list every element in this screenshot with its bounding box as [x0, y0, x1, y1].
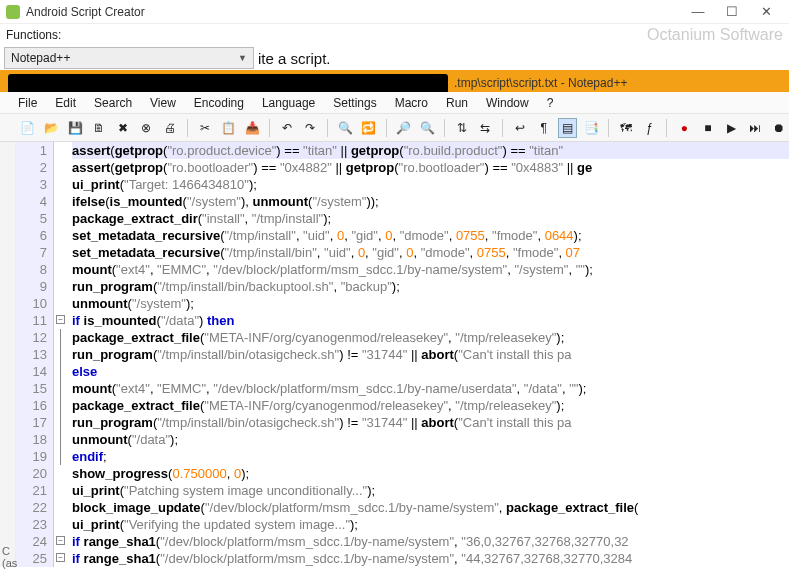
document-tab[interactable]: [8, 74, 448, 92]
copy-icon[interactable]: 📋: [218, 118, 238, 138]
show-all-chars-icon[interactable]: ¶: [534, 118, 554, 138]
stop-macro-icon[interactable]: ■: [698, 118, 718, 138]
line-number: 19: [16, 448, 47, 465]
code-line[interactable]: run_program("/tmp/install/bin/otasigchec…: [72, 346, 789, 363]
fold-column[interactable]: −−−: [54, 142, 68, 567]
save-all-icon[interactable]: 🗎: [89, 118, 109, 138]
menu-window[interactable]: Window: [486, 96, 529, 110]
code-line[interactable]: package_extract_file("META-INF/org/cyano…: [72, 329, 789, 346]
code-editor[interactable]: 1234567891011121314151617181920212223242…: [0, 142, 789, 567]
menu-macro[interactable]: Macro: [395, 96, 428, 110]
menu-settings[interactable]: Settings: [333, 96, 376, 110]
minimize-button[interactable]: —: [681, 5, 715, 18]
code-line[interactable]: show_progress(0.750000, 0);: [72, 465, 789, 482]
code-line[interactable]: else: [72, 363, 789, 380]
code-line[interactable]: ifelse(is_mounted("/system"), unmount("/…: [72, 193, 789, 210]
menu-file[interactable]: File: [18, 96, 37, 110]
redo-icon[interactable]: ↷: [301, 118, 321, 138]
zoom-out-icon[interactable]: 🔍: [417, 118, 437, 138]
play-macro-icon[interactable]: ▶: [722, 118, 742, 138]
sync-v-icon[interactable]: ⇅: [452, 118, 472, 138]
code-line[interactable]: set_metadata_recursive("/tmp/install/bin…: [72, 244, 789, 261]
outer-window-titlebar: Android Script Creator — ☐ ✕: [0, 0, 789, 24]
line-number: 1: [16, 142, 47, 159]
fold-box-icon[interactable]: −: [56, 315, 65, 324]
brand-watermark: Octanium Software: [647, 26, 783, 44]
menu-?[interactable]: ?: [547, 96, 554, 110]
code-line[interactable]: package_extract_file("META-INF/org/cyano…: [72, 397, 789, 414]
code-line[interactable]: if range_sha1("/dev/block/platform/msm_s…: [72, 550, 789, 567]
notepadpp-tabbar: .tmp\script\script.txt - Notepad++: [0, 70, 789, 92]
wrap-icon[interactable]: ↩: [510, 118, 530, 138]
code-line[interactable]: if range_sha1("/dev/block/platform/msm_s…: [72, 533, 789, 550]
line-number: 13: [16, 346, 47, 363]
record-macro-icon[interactable]: ●: [674, 118, 694, 138]
indent-guide-icon[interactable]: ▤: [558, 118, 578, 138]
code-line[interactable]: mount("ext4", "EMMC", "/dev/block/platfo…: [72, 380, 789, 397]
line-number: 5: [16, 210, 47, 227]
print-icon[interactable]: 🖨: [160, 118, 180, 138]
code-line[interactable]: ui_print("Patching system image uncondit…: [72, 482, 789, 499]
open-file-icon[interactable]: 📂: [42, 118, 62, 138]
bottom-fragment: C (as: [2, 545, 17, 569]
code-line[interactable]: endif;: [72, 448, 789, 465]
sync-h-icon[interactable]: ⇆: [476, 118, 496, 138]
new-file-icon[interactable]: 📄: [18, 118, 38, 138]
subline: Notepad++ ▼ ite a script.: [0, 46, 789, 70]
line-number: 23: [16, 516, 47, 533]
close-file-icon[interactable]: ✖: [113, 118, 133, 138]
code-line[interactable]: mount("ext4", "EMMC", "/dev/block/platfo…: [72, 261, 789, 278]
code-area[interactable]: assert(getprop("ro.product.device") == "…: [68, 142, 789, 567]
outer-window-title: Android Script Creator: [26, 5, 145, 19]
close-button[interactable]: ✕: [749, 5, 783, 18]
menu-run[interactable]: Run: [446, 96, 468, 110]
line-number: 8: [16, 261, 47, 278]
line-number-gutter: 1234567891011121314151617181920212223242…: [16, 142, 54, 567]
code-line[interactable]: assert(getprop("ro.product.device") == "…: [72, 142, 789, 159]
left-margin: [0, 142, 16, 567]
functions-dropdown[interactable]: Notepad++ ▼: [4, 47, 254, 69]
zoom-in-icon[interactable]: 🔎: [394, 118, 414, 138]
paste-icon[interactable]: 📥: [242, 118, 262, 138]
document-tab-label: .tmp\script\script.txt - Notepad++: [454, 76, 627, 92]
save-icon[interactable]: 💾: [65, 118, 85, 138]
code-line[interactable]: unmount("/system");: [72, 295, 789, 312]
doc-map-icon[interactable]: 🗺: [616, 118, 636, 138]
line-number: 9: [16, 278, 47, 295]
code-line[interactable]: ui_print("Target: 1466434810");: [72, 176, 789, 193]
menu-search[interactable]: Search: [94, 96, 132, 110]
menu-edit[interactable]: Edit: [55, 96, 76, 110]
code-line[interactable]: assert(getprop("ro.bootloader") == "0x48…: [72, 159, 789, 176]
menubar: FileEditSearchViewEncodingLanguageSettin…: [0, 92, 789, 114]
line-number: 18: [16, 431, 47, 448]
menu-encoding[interactable]: Encoding: [194, 96, 244, 110]
code-line[interactable]: ui_print("Verifying the updated system i…: [72, 516, 789, 533]
line-number: 17: [16, 414, 47, 431]
menu-language[interactable]: Language: [262, 96, 315, 110]
maximize-button[interactable]: ☐: [715, 5, 749, 18]
line-number: 15: [16, 380, 47, 397]
play-multi-macro-icon[interactable]: ⏭: [745, 118, 765, 138]
code-line[interactable]: run_program("/tmp/install/bin/otasigchec…: [72, 414, 789, 431]
find-icon[interactable]: 🔍: [335, 118, 355, 138]
close-all-icon[interactable]: ⊗: [136, 118, 156, 138]
code-line[interactable]: if is_mounted("/data") then: [72, 312, 789, 329]
line-number: 10: [16, 295, 47, 312]
code-line[interactable]: unmount("/data");: [72, 431, 789, 448]
menu-view[interactable]: View: [150, 96, 176, 110]
save-macro-icon[interactable]: ⏺: [769, 118, 789, 138]
code-line[interactable]: set_metadata_recursive("/tmp/install", "…: [72, 227, 789, 244]
function-list-icon[interactable]: ƒ: [640, 118, 660, 138]
cut-icon[interactable]: ✂: [195, 118, 215, 138]
fold-box-icon[interactable]: −: [56, 553, 65, 562]
toolbar: 📄 📂 💾 🗎 ✖ ⊗ 🖨 ✂ 📋 📥 ↶ ↷ 🔍 🔁 🔎 🔍 ⇅ ⇆ ↩ ¶ …: [0, 114, 789, 142]
code-line[interactable]: package_extract_dir("install", "/tmp/ins…: [72, 210, 789, 227]
code-line[interactable]: block_image_update("/dev/block/platform/…: [72, 499, 789, 516]
line-number: 14: [16, 363, 47, 380]
fold-box-icon[interactable]: −: [56, 536, 65, 545]
line-number: 20: [16, 465, 47, 482]
user-lang-icon[interactable]: 📑: [581, 118, 601, 138]
undo-icon[interactable]: ↶: [277, 118, 297, 138]
replace-icon[interactable]: 🔁: [359, 118, 379, 138]
code-line[interactable]: run_program("/tmp/install/bin/backuptool…: [72, 278, 789, 295]
